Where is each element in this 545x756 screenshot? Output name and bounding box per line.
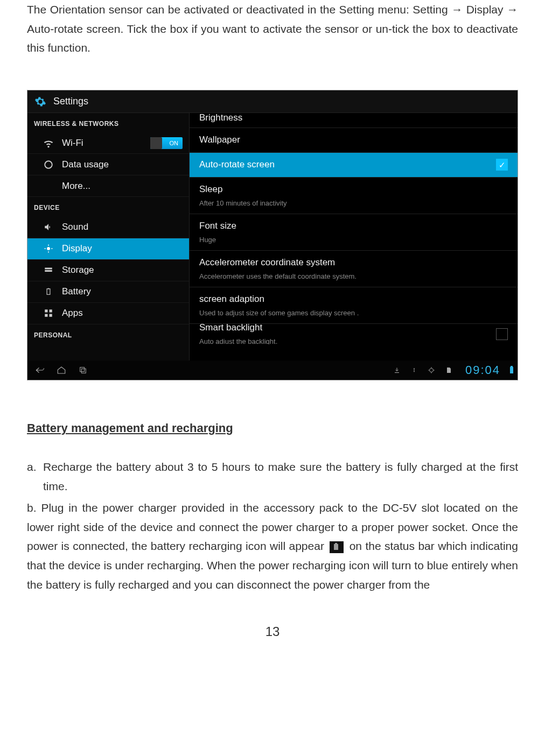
svg-rect-10 [45, 310, 47, 313]
row-subtitle: Huge [199, 234, 508, 246]
debug-status-icon[interactable] [427, 365, 436, 375]
storage-icon [43, 264, 54, 276]
row-title: Brightness [199, 113, 508, 126]
svg-rect-14 [80, 368, 85, 372]
list-item-b: b. Plug in the power charger provided in… [27, 498, 518, 594]
row-wallpaper[interactable]: Wallpaper [190, 128, 518, 153]
sidebar-item-label: Apps [62, 306, 83, 321]
sound-icon [43, 221, 54, 233]
data-usage-icon [43, 159, 54, 171]
system-nav-bar: 09:04 [27, 361, 518, 380]
back-icon[interactable] [35, 365, 45, 375]
row-font-size[interactable]: Font size Huge [190, 214, 518, 251]
sidebar-item-battery[interactable]: Battery [27, 281, 189, 303]
sidebar-item-label: Display [62, 241, 92, 257]
settings-title: Settings [53, 93, 88, 110]
recent-apps-icon[interactable] [78, 365, 88, 375]
sidebar-item-label: Data usage [62, 157, 109, 173]
svg-rect-7 [45, 270, 52, 272]
usb-status-icon[interactable] [409, 365, 419, 375]
row-title: Wallpaper [199, 132, 508, 148]
sidebar-item-label: Sound [62, 220, 88, 235]
sidebar-item-label: Battery [62, 284, 91, 300]
settings-screenshot: Settings WIRELESS & NETWORKS Wi-Fi ON Da… [27, 90, 518, 380]
wifi-icon [43, 137, 54, 149]
svg-rect-12 [45, 314, 47, 317]
sidebar-item-data-usage[interactable]: Data usage [27, 154, 189, 175]
svg-rect-13 [50, 314, 52, 317]
status-battery-icon [510, 367, 513, 373]
row-smart-backlight[interactable]: Smart backlight Auto adiust the backligh… [190, 324, 518, 344]
smart-backlight-checkbox[interactable] [496, 328, 508, 340]
list-body: Recharge the battery about 3 to 5 hours … [43, 457, 518, 496]
battery-icon [43, 286, 54, 298]
settings-sidebar: WIRELESS & NETWORKS Wi-Fi ON Data usage … [27, 113, 189, 361]
svg-point-16 [429, 369, 433, 372]
row-brightness[interactable]: Brightness [190, 113, 518, 128]
display-icon [43, 243, 54, 255]
sidebar-item-label: Wi-Fi [62, 136, 83, 151]
sidebar-item-wifi[interactable]: Wi-Fi ON [27, 132, 189, 154]
row-title: Auto-rotate screen [199, 157, 508, 173]
sd-status-icon[interactable] [444, 365, 453, 375]
settings-content: Brightness Wallpaper Auto-rotate screen … [189, 113, 518, 361]
row-accelerometer[interactable]: Accelerometer coordinate system Accelero… [190, 251, 518, 287]
row-title: Sleep [199, 182, 508, 197]
auto-rotate-checkbox[interactable]: ✓ [496, 159, 508, 171]
status-clock: 09:04 [465, 360, 500, 380]
sidebar-section-personal: PERSONAL [27, 324, 189, 344]
list-marker: b. [27, 501, 37, 514]
row-subtitle: After 10 minutes of inactivity [199, 197, 508, 209]
svg-point-0 [45, 161, 52, 168]
settings-header: Settings [27, 90, 518, 113]
svg-rect-15 [81, 369, 86, 373]
list-marker: a. [27, 457, 43, 496]
sidebar-section-device: DEVICE [27, 197, 189, 216]
row-screen-adaption[interactable]: screen adaption Used to adjust size of s… [190, 287, 518, 324]
svg-rect-11 [50, 310, 52, 313]
sidebar-item-sound[interactable]: Sound [27, 217, 189, 238]
sidebar-item-apps[interactable]: Apps [27, 303, 189, 324]
home-icon[interactable] [57, 365, 66, 375]
apps-icon [43, 307, 54, 319]
sidebar-section-wireless: WIRELESS & NETWORKS [27, 113, 189, 132]
download-status-icon[interactable] [392, 365, 402, 375]
row-subtitle: Used to adjust size of some games displa… [199, 307, 508, 319]
row-subtitle: Auto adiust the backlight. [199, 336, 508, 344]
sidebar-item-label: Storage [62, 263, 94, 278]
settings-gear-icon [34, 95, 47, 108]
row-auto-rotate[interactable]: Auto-rotate screen ✓ [190, 153, 518, 178]
row-title: Accelerometer coordinate system [199, 255, 508, 271]
wifi-toggle[interactable]: ON [150, 137, 183, 149]
sidebar-item-label: More... [62, 179, 90, 194]
row-title: Smart backlight [199, 324, 508, 336]
svg-rect-8 [47, 289, 50, 295]
sidebar-item-more[interactable]: More... [27, 175, 189, 197]
svg-point-1 [47, 247, 50, 250]
row-sleep[interactable]: Sleep After 10 minutes of inactivity [190, 178, 518, 214]
list-item-a: a. Recharge the battery about 3 to 5 hou… [27, 457, 518, 496]
intro-paragraph: The Orientation sensor can be activated … [27, 0, 518, 58]
page-number: 13 [27, 621, 518, 643]
row-title: screen adaption [199, 292, 508, 307]
battery-charging-icon [330, 541, 344, 553]
sidebar-item-storage[interactable]: Storage [27, 260, 189, 281]
row-subtitle: Accelerometer uses the default coordinat… [199, 271, 508, 282]
row-title: Font size [199, 218, 508, 234]
section-heading-battery: Battery management and recharging [27, 418, 518, 438]
sidebar-item-display[interactable]: Display [27, 238, 189, 260]
svg-rect-9 [48, 288, 49, 289]
svg-rect-6 [45, 268, 52, 270]
